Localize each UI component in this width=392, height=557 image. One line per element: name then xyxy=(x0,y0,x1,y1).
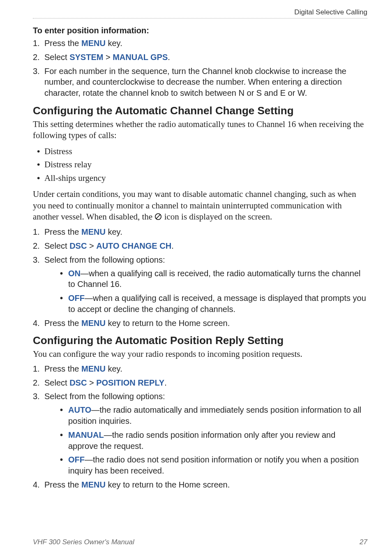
step-2: 2.Select DSC > POSITION REPLY. xyxy=(33,377,367,388)
list-item: Distress xyxy=(33,145,367,158)
svg-line-1 xyxy=(156,215,160,219)
menu-term: OFF xyxy=(68,455,85,464)
menu-term: POSITION REPLY xyxy=(96,378,164,387)
auto-channel-steps: 1.Press the MENU key. 2.Select DSC > AUT… xyxy=(33,226,367,328)
position-reply-intro: You can configure the way your radio res… xyxy=(33,349,367,360)
menu-term: MENU xyxy=(81,227,106,236)
auto-channel-options: •ON—when a qualifying call is received, … xyxy=(44,268,367,315)
menu-term: MENU xyxy=(81,364,106,373)
manual-title: VHF 300 Series Owner's Manual xyxy=(33,538,134,546)
auto-channel-intro: This setting determines whether the radi… xyxy=(33,119,367,141)
list-item: Distress relay xyxy=(33,158,367,171)
option-on: •ON—when a qualifying call is received, … xyxy=(44,268,367,290)
step-1: 1.Press the MENU key. xyxy=(33,363,367,374)
menu-term: MANUAL xyxy=(68,430,104,439)
menu-term: DSC xyxy=(69,241,87,250)
auto-channel-explain: Under certain conditions, you may want t… xyxy=(33,189,367,223)
position-reply-steps: 1.Press the MENU key. 2.Select DSC > POS… xyxy=(33,363,367,490)
call-types-list: Distress Distress relay All-ships urgenc… xyxy=(33,145,367,185)
menu-term: AUTO CHANGE CH xyxy=(96,241,171,250)
menu-term: ON xyxy=(68,269,81,278)
step-1: 1.Press the MENU key. xyxy=(33,38,367,49)
option-manual: •MANUAL—the radio sends position informa… xyxy=(44,430,367,452)
step-3: 3.Select from the following options: •AU… xyxy=(33,391,367,476)
disabled-icon xyxy=(154,212,162,223)
step-4: 4.Press the MENU key to return to the Ho… xyxy=(33,479,367,490)
menu-term: SYSTEM xyxy=(69,53,103,62)
menu-term: MANUAL GPS xyxy=(113,53,168,62)
step-4: 4.Press the MENU key to return to the Ho… xyxy=(33,318,367,329)
enter-position-steps: 1.Press the MENU key. 2.Select SYSTEM > … xyxy=(33,38,367,99)
menu-term: MENU xyxy=(81,319,106,328)
menu-term: OFF xyxy=(68,294,85,303)
list-item: All-ships urgency xyxy=(33,171,367,185)
page-footer: VHF 300 Series Owner's Manual 27 xyxy=(33,538,367,546)
heading-auto-position-reply: Configuring the Automatic Position Reply… xyxy=(33,334,367,347)
menu-term: MENU xyxy=(81,480,106,489)
menu-term: AUTO xyxy=(68,405,91,414)
heading-auto-channel-change: Configuring the Automatic Channel Change… xyxy=(33,104,367,117)
step-1: 1.Press the MENU key. xyxy=(33,226,367,238)
menu-term: DSC xyxy=(69,378,87,387)
step-3: 3.Select from the following options: •ON… xyxy=(33,254,367,315)
menu-term: MENU xyxy=(81,39,106,48)
page-number: 27 xyxy=(360,538,367,546)
section-label: Digital Selective Calling xyxy=(294,8,367,16)
section-to-enter-position: To enter position information: xyxy=(33,26,367,35)
position-reply-options: •AUTO—the radio automatically and immedi… xyxy=(44,404,367,476)
step-2: 2.Select SYSTEM > MANUAL GPS. xyxy=(33,52,367,63)
page-header: Digital Selective Calling xyxy=(33,8,367,18)
option-off: •OFF—the radio does not send position in… xyxy=(44,454,367,476)
step-3: 3.For each number in the sequence, turn … xyxy=(33,66,367,99)
option-off: •OFF—when a qualifying call is received,… xyxy=(44,293,367,315)
step-2: 2.Select DSC > AUTO CHANGE CH. xyxy=(33,240,367,252)
option-auto: •AUTO—the radio automatically and immedi… xyxy=(44,404,367,427)
